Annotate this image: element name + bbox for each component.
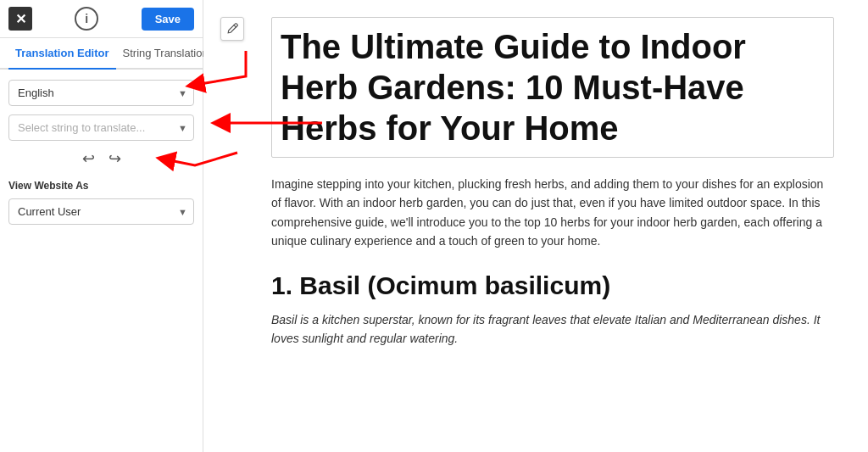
view-website-as-section: View Website As Current User Guest Admin… [8,180,194,225]
top-bar: ✕ i Save [0,0,203,38]
pencil-icon [225,22,239,36]
redo-button[interactable]: ↪ [108,149,121,168]
undo-redo-group: ↩ ↪ [8,149,194,168]
edit-icon-button[interactable] [220,17,244,41]
info-button[interactable]: i [75,7,98,31]
user-view-select[interactable]: Current User Guest Admin [8,198,194,225]
svg-line-1 [234,25,236,27]
string-select[interactable]: Select string to translate... [8,114,194,141]
tab-translation-editor[interactable]: Translation Editor [8,38,116,70]
info-icon: i [85,12,88,25]
string-select-wrapper: Select string to translate... ▼ [8,114,194,141]
article-title: The Ultimate Guide to Indoor Herb Garden… [271,17,834,158]
user-view-select-wrapper: Current User Guest Admin ▼ [8,198,194,225]
tab-string-translation[interactable]: String Translation [116,38,215,70]
close-button[interactable]: ✕ [8,7,32,31]
language-select[interactable]: English Spanish French German [8,80,194,106]
section1-heading: 1. Basil (Ocimum basilicum) [271,271,834,300]
close-icon: ✕ [15,11,26,27]
tabs: Translation Editor String Translation [0,38,203,70]
panel-content: English Spanish French German ▼ Select s… [0,70,203,452]
undo-button[interactable]: ↩ [82,149,95,168]
article-intro: Imagine stepping into your kitchen, pluc… [271,175,834,251]
view-website-as-label: View Website As [8,180,194,192]
content-area: The Ultimate Guide to Indoor Herb Garden… [271,17,834,348]
right-panel: The Ultimate Guide to Indoor Herb Garden… [203,0,868,452]
section1-body: Basil is a kitchen superstar, known for … [271,310,834,349]
save-button[interactable]: Save [142,8,194,31]
language-select-wrapper: English Spanish French German ▼ [8,80,194,106]
